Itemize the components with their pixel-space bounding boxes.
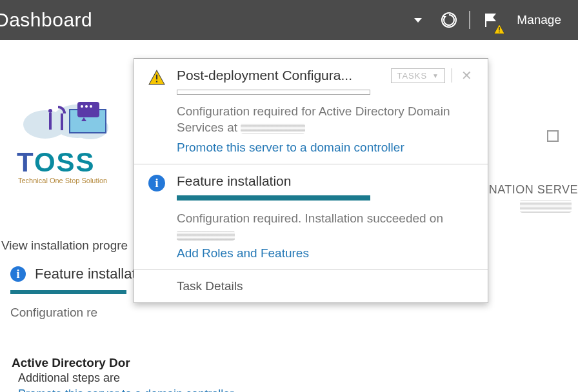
svg-point-7 (52, 104, 103, 138)
svg-point-8 (72, 116, 108, 139)
empty-progress-bar (177, 90, 370, 95)
manage-menu[interactable]: Manage (510, 10, 568, 30)
svg-rect-19 (156, 75, 157, 80)
topbar-actions: Manage (407, 9, 568, 31)
svg-point-16 (48, 109, 52, 113)
dropdown-caret[interactable] (407, 9, 429, 31)
svg-point-11 (81, 105, 83, 108)
add-roles-link[interactable]: Add Roles and Features (177, 246, 475, 260)
ad-ds-title: Active Directory Dor (12, 356, 566, 370)
notifications-popup: Post-deployment Configura... TASKS ▼ ✕ C… (134, 58, 488, 303)
tasks-button-label: TASKS (397, 71, 427, 81)
redacted-text (241, 123, 305, 133)
svg-point-6 (23, 110, 67, 139)
results-section: Active Directory Dor Additional steps ar… (12, 349, 566, 392)
notification-title: Feature installation (177, 173, 475, 189)
progress-bar (177, 195, 370, 201)
svg-rect-20 (156, 81, 157, 82)
config-required-text: Configuration re (1, 306, 258, 320)
svg-marker-14 (81, 117, 86, 121)
notification-description: Configuration required. Installation suc… (177, 211, 475, 241)
logo-text: OSS (34, 147, 95, 177)
dashboard-content: TOSS Technical One Stop Solution View in… (0, 40, 578, 53)
notification-desc-text: Configuration required. Installation suc… (177, 211, 443, 225)
notification-title: Post-deployment Configura... (177, 68, 384, 83)
chevron-down-icon: ▼ (432, 72, 439, 79)
svg-point-13 (90, 105, 92, 108)
refresh-icon[interactable] (438, 9, 460, 31)
warning-badge-icon (493, 23, 505, 35)
notification-desc-text: Configuration required for Active Direct… (177, 104, 450, 134)
separator (469, 11, 470, 29)
notification-postdeploy: Post-deployment Configura... TASKS ▼ ✕ C… (134, 59, 488, 164)
close-icon[interactable]: ✕ (459, 68, 475, 83)
logo-subtitle: Technical One Stop Solution (18, 177, 107, 184)
svg-rect-15 (61, 113, 63, 130)
svg-rect-17 (49, 113, 52, 130)
svg-rect-4 (499, 27, 501, 30)
page-title: Dashboard (0, 9, 92, 31)
svg-point-12 (85, 105, 88, 108)
notification-feature-install: i Feature installation Configuration req… (134, 164, 488, 270)
warning-icon (148, 69, 165, 86)
redacted-text (520, 200, 572, 213)
redacted-text (177, 231, 235, 241)
divider (452, 68, 452, 83)
notifications-flag-icon[interactable] (479, 9, 501, 31)
notification-description: Configuration required for Active Direct… (177, 104, 475, 135)
top-bar: Dashboard Manage (0, 0, 578, 40)
svg-rect-5 (499, 32, 501, 33)
ad-ds-desc: Additional steps are (12, 371, 566, 385)
tasks-button[interactable]: TASKS ▼ (391, 68, 445, 83)
task-details-link[interactable]: Task Details (134, 270, 488, 302)
info-icon: i (148, 175, 165, 191)
svg-rect-10 (77, 102, 99, 117)
checkbox[interactable] (547, 130, 559, 142)
feature-install-title: Feature installati (35, 266, 139, 282)
promote-link[interactable]: Promote this server to a domain controll… (12, 387, 566, 392)
info-icon: i (10, 266, 26, 282)
logo-watermark: TOSS Technical One Stop Solution (13, 92, 135, 214)
svg-marker-0 (414, 18, 422, 23)
destination-server-label: TINATION SERVE (478, 183, 578, 197)
progress-bar (10, 290, 126, 294)
svg-rect-9 (70, 110, 106, 133)
promote-server-link[interactable]: Promote this server to a domain controll… (177, 141, 475, 155)
